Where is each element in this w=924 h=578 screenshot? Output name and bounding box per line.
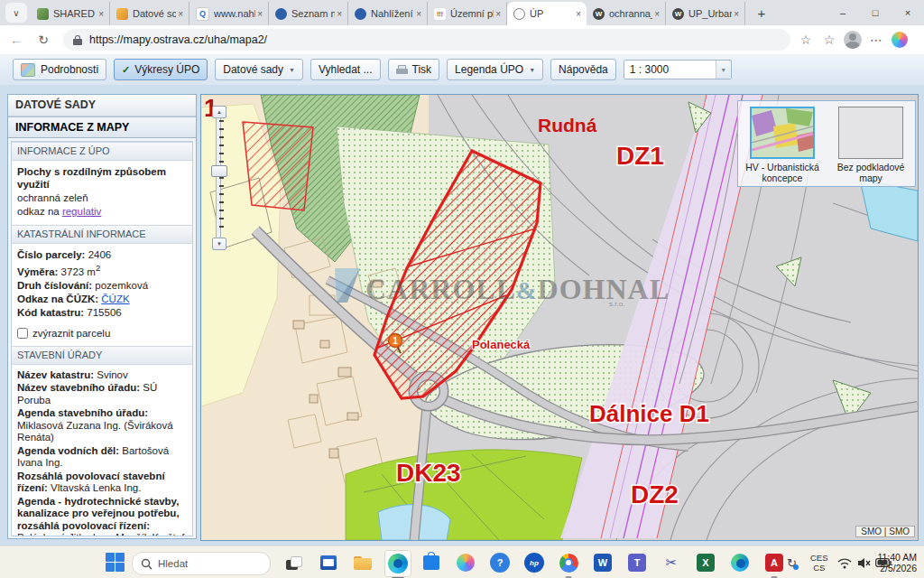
tab-shared-list[interactable]: SHARED LIST × xyxy=(31,2,110,25)
collections-icon[interactable]: ☆ xyxy=(818,33,841,47)
tab-up-active[interactable]: ÚP × xyxy=(507,2,587,25)
upo-section-body: Plochy s rozdílným způsobem využití ochr… xyxy=(12,161,192,225)
stavebni-urady-body: Název katastru: Svinov Název stavebního … xyxy=(12,365,192,536)
start-button[interactable] xyxy=(103,550,128,575)
volume-muted-icon[interactable] xyxy=(857,550,871,575)
upo-section-header: INFORMACE Z ÚPO xyxy=(12,142,192,161)
globe-favicon-icon xyxy=(355,8,366,20)
file-explorer-icon[interactable] xyxy=(350,550,375,575)
restore-button[interactable]: □ xyxy=(859,0,892,25)
chevron-down-icon: ▼ xyxy=(289,67,295,73)
copilot-icon[interactable] xyxy=(892,32,908,48)
close-tab-icon[interactable]: × xyxy=(335,9,344,19)
chrome-icon[interactable] xyxy=(556,550,581,575)
browser-tab-strip: ∨ SHARED LIST × Datové schrán × Q www.na… xyxy=(0,0,924,25)
label-dalnice-d1: Dálnice D1 xyxy=(589,400,709,427)
taskbar-search[interactable]: Hledat xyxy=(132,552,271,575)
profile-avatar[interactable] xyxy=(844,31,862,49)
close-tab-icon[interactable]: × xyxy=(732,9,741,19)
layer-thumbnail-blank[interactable] xyxy=(838,107,903,159)
close-tab-icon[interactable]: × xyxy=(97,9,106,19)
language-indicator[interactable]: CESCS xyxy=(810,550,828,575)
list-favicon-icon xyxy=(37,8,49,20)
favorite-star-icon[interactable]: ☆ xyxy=(794,33,818,47)
new-tab-button[interactable]: + xyxy=(751,2,772,23)
close-tab-icon[interactable]: × xyxy=(574,9,583,19)
podrobnosti-button[interactable]: Podrobnosti xyxy=(13,59,106,80)
globe-outline-favicon-icon xyxy=(513,8,525,20)
layer-thumbnail-hv[interactable] xyxy=(750,107,815,159)
scale-combobox[interactable]: 1 : 3000 ▼ xyxy=(624,60,732,79)
tab-datove-schranky[interactable]: Datové schrán × xyxy=(110,2,189,25)
close-tab-icon[interactable]: × xyxy=(176,9,185,19)
window-controls: – □ × xyxy=(827,0,924,25)
clock[interactable]: 11:40 AM2/5/2026 xyxy=(877,550,917,575)
back-icon[interactable]: ← xyxy=(5,33,27,47)
chevron-down-icon[interactable]: ▼ xyxy=(716,61,731,79)
globe-favicon-icon xyxy=(275,8,287,20)
chevron-down-icon: ▼ xyxy=(529,67,535,73)
zoom-out-button[interactable]: ▼ xyxy=(212,238,226,250)
cuzk-link[interactable]: ČÚZK xyxy=(101,294,129,304)
close-tab-icon[interactable]: × xyxy=(414,9,423,19)
url-field[interactable]: https://mapy.ostrava.cz/uha/mapa2/ xyxy=(63,29,790,51)
minimize-button[interactable]: – xyxy=(827,0,859,25)
outlook-icon[interactable] xyxy=(316,550,341,575)
snipping-tool-icon[interactable]: ✂ xyxy=(659,550,684,575)
tab-search-chevron-icon[interactable]: ∨ xyxy=(5,3,27,23)
windows-taskbar: Hledat ? hp W T ✂ X A ↻ CESCS 11:40 AM2/… xyxy=(0,545,924,578)
microsoft-store-icon[interactable] xyxy=(419,550,444,575)
close-tab-icon[interactable]: × xyxy=(255,9,264,19)
informace-z-mapy-header: INFORMACE Z MAPY xyxy=(8,117,196,138)
printer-icon xyxy=(396,65,408,75)
teams-icon[interactable]: T xyxy=(624,550,650,575)
mail-favicon-icon xyxy=(116,8,128,20)
zvyraznit-parcelu-checkbox[interactable] xyxy=(17,328,28,339)
zoom-slider[interactable]: ▲ ▼ xyxy=(211,106,226,248)
regulativ-link[interactable]: regulativ xyxy=(62,206,101,217)
task-view-icon[interactable] xyxy=(282,550,307,575)
word-icon[interactable]: W xyxy=(590,550,615,575)
refresh-icon[interactable]: ↻ xyxy=(32,33,54,47)
browser-address-bar: ← ↻ https://mapy.ostrava.cz/uha/mapa2/ ☆… xyxy=(0,25,924,55)
copilot-icon[interactable] xyxy=(453,550,478,575)
datove-sady-button[interactable]: Datové sady ▼ xyxy=(215,59,303,80)
layer-bez-podkladu[interactable]: Bez podkladové mapy xyxy=(830,107,911,186)
close-tab-icon[interactable]: × xyxy=(494,9,503,19)
excel-icon[interactable]: X xyxy=(693,550,718,575)
tisk-button[interactable]: Tisk xyxy=(388,59,440,80)
layer-hv-urbanisticka[interactable]: HV - Urbanistická koncepce xyxy=(742,107,823,186)
vyhledat-button[interactable]: Vyhledat ... xyxy=(310,59,381,80)
help-icon[interactable]: ? xyxy=(487,550,513,575)
page-content: DATOVÉ SADY INFORMACE Z MAPY INFORMACE Z… xyxy=(0,85,924,545)
edge-profile-icon[interactable] xyxy=(727,550,753,575)
label-polanecka: Polanecká xyxy=(472,338,531,351)
napoveda-button[interactable]: Nápověda xyxy=(550,59,616,80)
edge-icon[interactable] xyxy=(384,550,411,577)
hp-icon[interactable]: hp xyxy=(522,550,547,575)
tab-ochranna-zelen[interactable]: W ochranna_zele × xyxy=(587,2,666,25)
map-canvas[interactable]: CARROLL&DOHNAL s.r.o. 1 Rudná DZ1 Polane… xyxy=(200,94,919,541)
scale-value: 1 : 3000 xyxy=(624,63,716,76)
acrobat-icon[interactable]: A xyxy=(762,550,787,575)
layer-switcher: HV - Urbanistická koncepce Bez podkladov… xyxy=(737,100,916,187)
tab-nahlizeni[interactable]: Q www.nahlizen × xyxy=(189,2,269,25)
tab-up-urbanism[interactable]: W UP_Urbanism × xyxy=(666,2,745,25)
zoom-slider-handle[interactable] xyxy=(211,165,227,177)
close-window-button[interactable]: × xyxy=(892,0,924,25)
close-tab-icon[interactable]: × xyxy=(652,9,661,19)
checkbox-label: zvýraznit parcelu xyxy=(32,327,110,340)
zoom-in-button[interactable]: ▲ xyxy=(212,106,226,118)
tab-seznam-nemovitosti[interactable]: Seznam nemo × xyxy=(269,2,348,25)
label-rudna: Rudná xyxy=(538,115,597,135)
wifi-icon[interactable] xyxy=(837,550,852,575)
label-dz2: DZ2 xyxy=(631,480,679,508)
legenda-upo-button[interactable]: Legenda ÚPO ▼ xyxy=(447,59,543,80)
tray-sync-icon[interactable]: ↻ xyxy=(787,550,797,575)
settings-dots-icon[interactable]: ⋯ xyxy=(864,33,888,47)
tab-nahlizeni-kn[interactable]: Nahlížení do k × xyxy=(348,2,428,25)
tab-uzemni-plan[interactable]: !!! Územní plán O × xyxy=(428,2,507,25)
url-text: https://mapy.ostrava.cz/uha/mapa2/ xyxy=(89,33,267,46)
vykresy-upo-button[interactable]: ✓ Výkresy ÚPO xyxy=(114,59,208,80)
map-info-panel: INFORMACE Z ÚPO Plochy s rozdílným způso… xyxy=(11,141,193,536)
